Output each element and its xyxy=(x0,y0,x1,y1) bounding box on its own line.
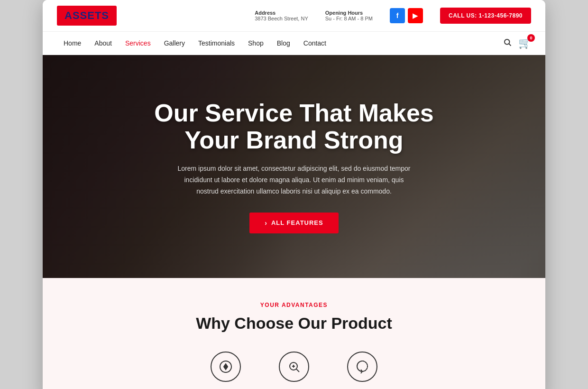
address-block: Address 3873 Beech Street, NY xyxy=(255,10,308,21)
facebook-button[interactable]: f xyxy=(390,8,405,23)
top-bar: ASSETS Address 3873 Beech Street, NY Ope… xyxy=(43,0,545,32)
address-label: Address xyxy=(255,10,308,16)
advantage-icon-3 xyxy=(347,352,377,382)
hero-section: Our Service That Makes Your Brand Strong… xyxy=(43,55,545,278)
youtube-button[interactable]: ▶ xyxy=(408,8,423,23)
advantage-item-1 xyxy=(211,352,241,382)
nav-item-about[interactable]: About xyxy=(88,32,119,55)
nav-item-blog[interactable]: Blog xyxy=(270,32,297,55)
hours-block: Opening Hours Su - Fr: 8 AM - 8 PM xyxy=(325,10,373,21)
advantage-item-2 xyxy=(279,352,309,382)
advantage-icon-2 xyxy=(279,352,309,382)
hours-label: Opening Hours xyxy=(325,10,373,16)
logo[interactable]: ASSETS xyxy=(57,6,117,26)
hero-title: Our Service That Makes Your Brand Strong xyxy=(154,100,434,154)
social-icons: f ▶ xyxy=(390,8,423,23)
hero-btn-label: ALL FEATURES xyxy=(271,219,323,226)
cart-badge: 0 xyxy=(527,34,535,42)
advantages-icons-row xyxy=(57,352,531,382)
hero-content: Our Service That Makes Your Brand Strong… xyxy=(43,55,545,278)
svg-line-5 xyxy=(296,369,299,372)
browser-window: ASSETS Address 3873 Beech Street, NY Ope… xyxy=(43,0,545,389)
advantage-item-3 xyxy=(347,352,377,382)
hero-cta-button[interactable]: › ALL FEATURES xyxy=(249,213,338,233)
address-value: 3873 Beech Street, NY xyxy=(255,16,308,21)
advantage-icon-1 xyxy=(211,352,241,382)
advantages-title: Why Choose Our Product xyxy=(57,314,531,333)
search-icon[interactable] xyxy=(503,38,512,49)
svg-line-1 xyxy=(509,44,511,46)
nav-item-home[interactable]: Home xyxy=(57,32,88,55)
logo-text: ASSETS xyxy=(64,9,109,21)
call-button[interactable]: CALL US: 1-123-456-7890 xyxy=(440,8,531,24)
cart-button[interactable]: 🛒 0 xyxy=(518,37,531,49)
nav-item-shop[interactable]: Shop xyxy=(241,32,270,55)
nav-item-testimonials[interactable]: Testimonials xyxy=(192,32,241,55)
nav-links: Home About Services Gallery Testimonials… xyxy=(57,32,333,55)
svg-point-3 xyxy=(224,365,227,368)
top-info: Address 3873 Beech Street, NY Opening Ho… xyxy=(255,8,531,24)
advantages-tagline: YOUR ADVANTAGES xyxy=(57,302,531,308)
nav-right: 🛒 0 xyxy=(503,37,531,49)
advantages-section: YOUR ADVANTAGES Why Choose Our Product xyxy=(43,278,545,389)
svg-point-0 xyxy=(505,39,510,45)
hours-value: Su - Fr: 8 AM - 8 PM xyxy=(325,16,373,21)
nav-item-services[interactable]: Services xyxy=(119,32,157,55)
hero-btn-arrow: › xyxy=(265,219,267,227)
nav-item-gallery[interactable]: Gallery xyxy=(157,32,192,55)
nav-item-contact[interactable]: Contact xyxy=(297,32,333,55)
nav-bar: Home About Services Gallery Testimonials… xyxy=(43,32,545,55)
hero-description: Lorem ipsum dolor sit amet, consectetur … xyxy=(175,163,413,197)
